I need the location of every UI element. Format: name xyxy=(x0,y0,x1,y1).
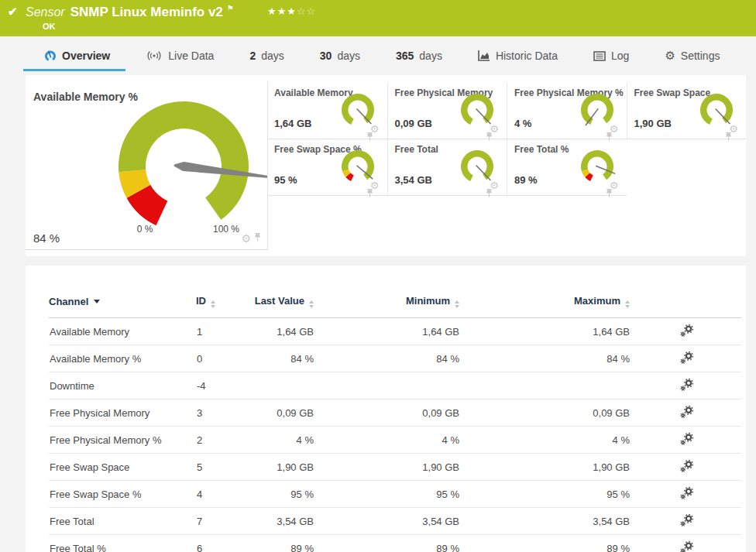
channel-name: Free Physical Memory xyxy=(49,399,196,427)
channel-settings-icon[interactable] xyxy=(679,405,694,419)
column-header-last-value[interactable]: Last Value xyxy=(250,284,316,318)
channel-settings-icon[interactable] xyxy=(679,459,694,473)
minimum: 1,90 GB xyxy=(316,454,462,481)
minimum: 1,64 GB xyxy=(316,318,462,345)
flag-icon[interactable]: ⚑ xyxy=(227,4,234,12)
channel-id: 4 xyxy=(196,481,250,508)
maximum: 95 % xyxy=(462,481,632,508)
row-actions xyxy=(632,372,741,399)
column-label: Channel xyxy=(49,296,88,307)
channel-id: 3 xyxy=(196,399,250,427)
channel-id: 7 xyxy=(196,508,250,535)
main-gauge-value: 84 % xyxy=(33,231,60,245)
mini-gauge-grid: Available Memory1,64 GB⚙Free Physical Me… xyxy=(267,83,746,196)
mini-gauge-cell: Free Swap Space %95 %⚙ xyxy=(267,139,387,196)
page-title: SNMP Linux Meminfo v2 xyxy=(70,5,223,19)
tab-bar: OverviewLive Data2days30days365daysHisto… xyxy=(0,36,756,75)
last-value: 3,54 GB xyxy=(250,508,316,535)
channel-id: 5 xyxy=(196,454,250,481)
gauge-min-label: 0 % xyxy=(137,224,153,235)
channel-name: Free Swap Space % xyxy=(49,481,196,508)
pin-icon[interactable] xyxy=(254,231,261,245)
mini-gauge-cell: Available Memory1,64 GB⚙ xyxy=(267,83,387,139)
mini-gauge-value: 0,09 GB xyxy=(395,118,432,129)
minimum: 0,09 GB xyxy=(316,399,462,427)
tab-live-data[interactable]: Live Data xyxy=(146,50,214,62)
column-header-minimum[interactable]: Minimum xyxy=(316,284,462,318)
channel-name: Available Memory xyxy=(49,318,196,345)
broadcast-icon xyxy=(146,50,163,61)
last-value: 0,09 GB xyxy=(250,399,316,427)
tab-overview[interactable]: Overview xyxy=(44,50,110,62)
column-label: Last Value xyxy=(255,295,304,307)
tab-30-days-number: 30 xyxy=(320,50,332,62)
channels-panel: ChannelIDLast ValueMinimumMaximum Availa… xyxy=(26,266,746,552)
status-badge: OK xyxy=(43,22,56,31)
channel-settings-icon[interactable] xyxy=(679,351,694,365)
row-actions xyxy=(632,399,741,427)
maximum: 0,09 GB xyxy=(462,399,632,427)
last-value: 95 % xyxy=(250,481,316,508)
minimum: 4 % xyxy=(316,427,462,454)
table-row: Free Physical Memory30,09 GB0,09 GB0,09 … xyxy=(49,399,741,427)
column-label: Minimum xyxy=(406,295,450,307)
tab-settings[interactable]: ⚙Settings xyxy=(665,49,720,63)
tab-365-days-number: 365 xyxy=(396,50,414,62)
sort-icon xyxy=(211,300,215,308)
mini-gauge-value: 89 % xyxy=(514,174,538,186)
tab-365-days[interactable]: 365days xyxy=(396,50,442,62)
tab-label: days xyxy=(337,50,360,62)
channel-name: Free Total xyxy=(49,508,196,535)
sort-icon xyxy=(309,300,314,308)
channel-settings-icon[interactable] xyxy=(679,378,694,392)
gauge-max-label: 100 % xyxy=(213,224,239,235)
priority-star-rating[interactable]: ★★★☆☆ xyxy=(267,5,316,17)
channel-settings-icon[interactable] xyxy=(679,540,694,552)
channel-settings-icon[interactable] xyxy=(679,486,694,500)
row-actions xyxy=(632,454,741,481)
minimum: 3,54 GB xyxy=(316,508,462,535)
tab-label: days xyxy=(261,50,284,62)
mini-gauge-value: 95 % xyxy=(274,174,297,186)
row-actions xyxy=(632,345,741,372)
mini-gauge-value: 3,54 GB xyxy=(395,174,432,186)
channels-table: ChannelIDLast ValueMinimumMaximum Availa… xyxy=(49,284,741,552)
column-label: ID xyxy=(196,295,206,307)
log-icon xyxy=(593,51,606,61)
gauge-icon xyxy=(44,50,57,62)
channel-name: Free Physical Memory % xyxy=(49,427,196,454)
row-actions xyxy=(632,427,741,454)
tab-2-days[interactable]: 2days xyxy=(249,50,284,62)
tab-30-days[interactable]: 30days xyxy=(320,50,360,62)
channel-settings-icon[interactable] xyxy=(679,324,694,338)
channel-name: Available Memory % xyxy=(49,345,196,372)
mini-gauge-cell: Free Physical Memory0,09 GB⚙ xyxy=(387,83,507,139)
column-header-channel[interactable]: Channel xyxy=(49,284,196,318)
gear-icon[interactable]: ⚙ xyxy=(241,233,251,244)
last-value: 84 % xyxy=(250,345,316,372)
maximum: 1,64 GB xyxy=(462,318,632,345)
channels-table-body: Available Memory11,64 GB1,64 GB1,64 GBAv… xyxy=(49,318,741,552)
table-row: Available Memory11,64 GB1,64 GB1,64 GB xyxy=(49,318,741,345)
row-actions xyxy=(632,318,741,345)
channel-settings-icon[interactable] xyxy=(679,513,694,527)
chart-icon xyxy=(478,50,490,61)
maximum: 4 % xyxy=(462,427,632,454)
sensor-header: ✔ SensorSNMP Linux Meminfo v2⚑ ★★★☆☆ OK xyxy=(0,0,756,36)
maximum: 3,54 GB xyxy=(462,508,632,535)
sensor-title-line: SensorSNMP Linux Meminfo v2⚑ xyxy=(26,4,234,20)
row-actions xyxy=(632,535,741,552)
column-header-id[interactable]: ID xyxy=(196,284,250,318)
channel-settings-icon[interactable] xyxy=(679,432,694,446)
tab-log[interactable]: Log xyxy=(593,50,629,62)
sort-desc-icon xyxy=(94,300,100,303)
tab-historic-data[interactable]: Historic Data xyxy=(478,50,558,62)
minimum: 89 % xyxy=(316,535,462,552)
tab-label: Overview xyxy=(62,50,110,62)
column-header-maximum[interactable]: Maximum xyxy=(462,284,632,318)
mini-gauge-value: 4 % xyxy=(514,118,531,129)
mini-gauge-value: 1,64 GB xyxy=(274,118,311,129)
tab-label: Historic Data xyxy=(496,50,558,62)
mini-gauge-title: Free Total xyxy=(395,144,438,155)
sort-icon xyxy=(455,300,459,308)
